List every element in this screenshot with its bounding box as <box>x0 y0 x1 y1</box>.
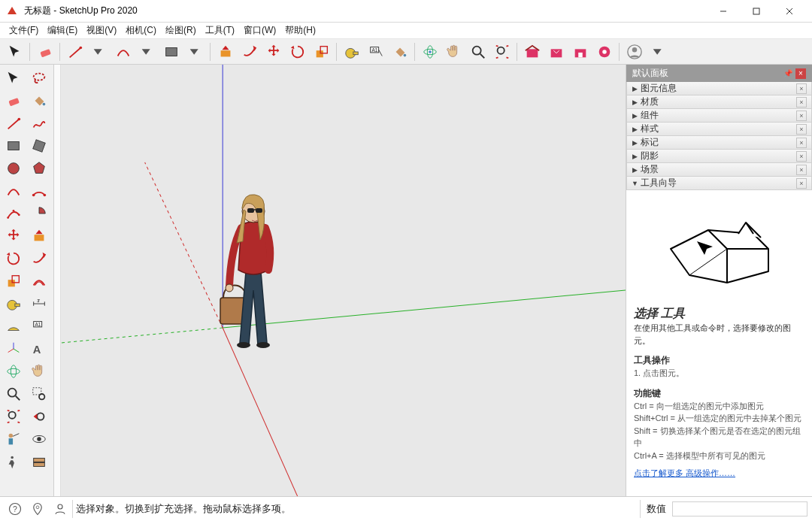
pushpull-tool-button[interactable] <box>215 41 236 62</box>
orbit-tool-button[interactable] <box>3 361 24 382</box>
rotate-tool-button[interactable] <box>3 248 24 269</box>
chevron-right-icon: ▶ <box>632 166 638 174</box>
rectangle-tool-dropdown[interactable] <box>185 41 206 62</box>
circle-tool-button[interactable] <box>3 158 24 179</box>
panel-entity-info[interactable]: ▶图元信息× <box>626 82 812 95</box>
dimension-tool-button[interactable]: 3' <box>29 293 50 314</box>
move-tool-button[interactable] <box>263 41 284 62</box>
scale-tool-button[interactable] <box>3 271 24 292</box>
walk-tool-button[interactable] <box>3 451 24 472</box>
panel-close-icon[interactable]: × <box>796 124 807 135</box>
position-camera-button[interactable] <box>3 429 24 450</box>
panel-instructor[interactable]: ▼工具向导× <box>626 177 812 190</box>
line-tool-dropdown[interactable] <box>89 41 110 62</box>
previous-view-button[interactable] <box>29 406 50 427</box>
look-around-button[interactable] <box>29 429 50 450</box>
axes-tool-button[interactable] <box>3 338 24 359</box>
zoom-tool-button[interactable] <box>3 383 24 404</box>
pie-tool-button[interactable] <box>29 203 50 224</box>
followme-tool-button[interactable] <box>239 41 260 62</box>
window-minimize-button[interactable] <box>707 0 740 23</box>
lasso-tool-button[interactable] <box>29 68 50 89</box>
user-account-button[interactable] <box>624 41 645 62</box>
zoom-extents-button[interactable] <box>3 406 24 427</box>
warehouse-share-button[interactable] <box>546 41 567 62</box>
tape-measure-button[interactable] <box>341 41 362 62</box>
panel-components[interactable]: ▶组件× <box>626 109 812 123</box>
followme-tool-button[interactable] <box>29 248 50 269</box>
protractor-tool-button[interactable] <box>3 316 24 337</box>
move-tool-button[interactable] <box>3 226 24 247</box>
text-tool-button[interactable]: A1 <box>29 316 50 337</box>
twopoint-arc-button[interactable] <box>29 180 50 201</box>
zoom-window-button[interactable] <box>29 383 50 404</box>
panel-shadows[interactable]: ▶阴影× <box>626 150 812 163</box>
arc-tool-button[interactable] <box>113 41 134 62</box>
panel-materials[interactable]: ▶材质× <box>626 95 812 109</box>
panel-close-icon[interactable]: × <box>796 178 807 189</box>
viewport[interactable] <box>54 65 626 496</box>
menu-edit[interactable]: 编辑(E) <box>43 23 82 38</box>
extension-manager-button[interactable] <box>594 41 615 62</box>
menu-draw[interactable]: 绘图(R) <box>161 23 201 38</box>
tape-measure-button[interactable] <box>3 293 24 314</box>
menu-camera[interactable]: 相机(C) <box>121 23 161 38</box>
arc-tool-button[interactable] <box>3 180 24 201</box>
panel-close-icon[interactable]: × <box>796 97 807 108</box>
zoom-tool-button[interactable] <box>468 41 489 62</box>
eraser-tool-button[interactable] <box>3 90 24 111</box>
zoom-extents-button[interactable] <box>492 41 513 62</box>
paint-bucket-tool-button[interactable] <box>29 90 50 111</box>
instructor-more-link[interactable]: 点击了解更多 高级操作…… <box>634 468 735 479</box>
panel-close-icon[interactable]: × <box>796 111 807 121</box>
measurements-input[interactable] <box>672 501 807 516</box>
window-close-button[interactable] <box>773 0 806 23</box>
panel-scenes[interactable]: ▶场景× <box>626 163 812 177</box>
panel-close-icon[interactable]: × <box>796 138 807 148</box>
scale-tool-button[interactable] <box>311 41 332 62</box>
panel-close-icon[interactable]: × <box>796 165 807 175</box>
extension-warehouse-button[interactable] <box>570 41 591 62</box>
rectangle-tool-button[interactable] <box>161 41 182 62</box>
freehand-tool-button[interactable] <box>29 113 50 134</box>
rectangle-tool-button[interactable] <box>3 135 24 156</box>
eraser-tool-button[interactable] <box>35 41 56 62</box>
3dtext-tool-button[interactable]: A <box>29 338 50 359</box>
menu-window[interactable]: 窗口(W) <box>239 23 280 38</box>
arc-tool-dropdown[interactable] <box>137 41 158 62</box>
offset-tool-button[interactable] <box>29 271 50 292</box>
tray-header[interactable]: 默认面板 📌 × <box>626 65 812 82</box>
panel-close-icon[interactable]: × <box>796 151 807 162</box>
section-plane-button[interactable] <box>29 451 50 472</box>
pan-tool-button[interactable] <box>29 361 50 382</box>
tray-close-icon[interactable]: × <box>795 68 806 79</box>
credits-icon[interactable] <box>50 500 71 518</box>
warehouse-button[interactable] <box>522 41 543 62</box>
threepoint-arc-button[interactable] <box>3 203 24 224</box>
window-maximize-button[interactable] <box>740 0 773 23</box>
panel-styles[interactable]: ▶样式× <box>626 123 812 136</box>
user-account-dropdown[interactable] <box>648 41 669 62</box>
menu-file[interactable]: 文件(F) <box>5 23 43 38</box>
model-canvas[interactable] <box>61 65 626 496</box>
menu-tools[interactable]: 工具(T) <box>201 23 239 38</box>
paint-bucket-button[interactable] <box>389 41 411 62</box>
polygon-tool-button[interactable] <box>29 158 50 179</box>
select-tool-button[interactable] <box>3 68 24 89</box>
line-tool-button[interactable] <box>3 113 24 134</box>
select-tool-button[interactable] <box>5 41 26 62</box>
geo-icon[interactable] <box>27 500 48 518</box>
pan-tool-button[interactable] <box>444 41 465 62</box>
menu-help[interactable]: 帮助(H) <box>280 23 320 38</box>
rotate-tool-button[interactable] <box>287 41 308 62</box>
rotated-rectangle-button[interactable] <box>29 135 50 156</box>
pushpull-tool-button[interactable] <box>29 226 50 247</box>
menu-view[interactable]: 视图(V) <box>82 23 121 38</box>
help-icon[interactable]: ? <box>5 500 26 518</box>
text-tool-button[interactable]: A1 <box>365 41 386 62</box>
tray-pin-icon[interactable]: 📌 <box>783 69 792 77</box>
panel-tags[interactable]: ▶标记× <box>626 136 812 150</box>
line-tool-button[interactable] <box>65 41 86 62</box>
panel-close-icon[interactable]: × <box>796 83 807 94</box>
orbit-tool-button[interactable] <box>420 41 441 62</box>
